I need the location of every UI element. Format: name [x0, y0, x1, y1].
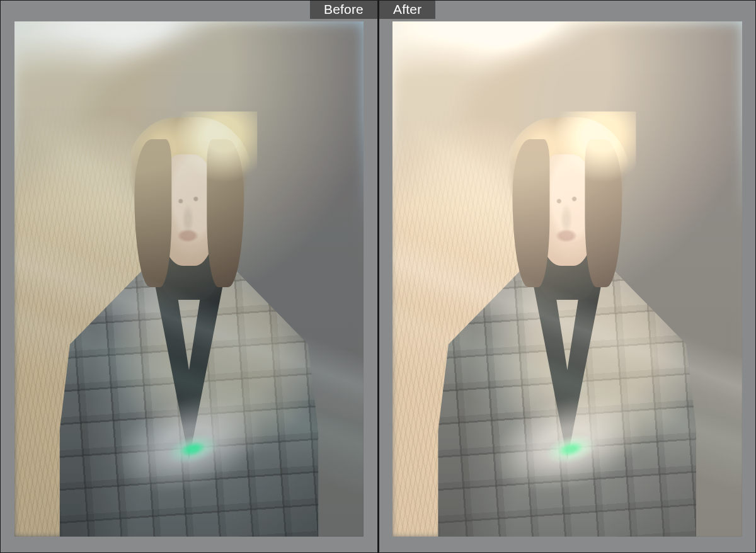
before-pane[interactable]: Before — [0, 0, 378, 553]
before-label: Before — [310, 1, 377, 19]
image-preview-after[interactable] — [392, 21, 742, 537]
before-after-compare: Before — [0, 0, 756, 553]
after-pane[interactable]: After — [378, 0, 756, 553]
image-preview-before[interactable] — [14, 21, 364, 537]
after-label: After — [379, 1, 435, 19]
